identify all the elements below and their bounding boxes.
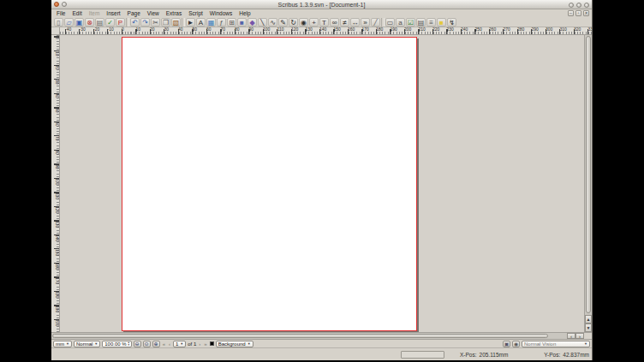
vertical-ruler[interactable]: 0102030405060708090100110120130140150160… xyxy=(51,35,60,332)
quality-value: Normal xyxy=(76,341,92,347)
vr-num: 150 xyxy=(51,249,59,264)
window-minimize-button[interactable] xyxy=(569,3,574,8)
zoom-tool-icon[interactable]: ◉ xyxy=(299,18,308,27)
window-close-button[interactable] xyxy=(584,3,589,8)
paste-icon[interactable]: ▧ xyxy=(171,18,181,27)
menu-view[interactable]: View xyxy=(144,9,163,17)
insert-table-icon[interactable]: ⊞ xyxy=(227,18,236,27)
next-page-button[interactable]: › xyxy=(198,341,201,347)
toolbar-separator xyxy=(182,18,185,27)
document-page[interactable] xyxy=(122,37,417,331)
last-page-button[interactable]: » xyxy=(203,341,207,347)
save-as-pdf-icon[interactable]: P xyxy=(116,18,125,27)
new-document-icon[interactable]: ▯ xyxy=(54,18,63,27)
previous-page-button[interactable]: ‹ xyxy=(168,341,171,347)
quality-select[interactable]: Normal ▼ xyxy=(74,341,100,347)
horizontal-scrollbar-thumb[interactable] xyxy=(52,334,548,338)
undo-icon[interactable]: ↶ xyxy=(130,18,140,27)
pdf-list-box-icon[interactable]: ≡ xyxy=(426,18,436,27)
insert-text-frame-icon[interactable]: A xyxy=(196,18,206,27)
pdf-link-annotation-icon[interactable]: ↯ xyxy=(447,18,456,27)
menu-file[interactable]: File xyxy=(53,9,69,17)
mdi-restore-button[interactable]: ▫ xyxy=(575,10,581,16)
cut-icon[interactable]: ✂ xyxy=(151,18,160,27)
insert-freehand-icon[interactable]: ✎ xyxy=(278,18,288,27)
menu-script[interactable]: Script xyxy=(185,9,206,17)
horizontal-scrollbar[interactable]: ‹ › xyxy=(51,332,592,340)
toggle-images-button[interactable]: ▣ xyxy=(503,341,510,347)
ypos-label: Y-Pos: xyxy=(544,352,560,358)
menu-extras[interactable]: Extras xyxy=(163,9,185,17)
zoom-default-button[interactable]: ⊙ xyxy=(143,341,151,347)
units-select[interactable]: mm ▼ xyxy=(53,341,72,347)
pdf-text-annotation-icon[interactable]: ■ xyxy=(437,18,446,27)
current-page-select[interactable]: 1 ▼ xyxy=(173,341,186,347)
horizontal-ruler[interactable]: -40-30-20-100102030405060708090100110120… xyxy=(60,27,592,35)
unlink-text-frames-icon[interactable]: ≠ xyxy=(340,18,349,27)
open-document-icon[interactable]: ▱ xyxy=(64,18,74,27)
spinner-arrows-icon[interactable]: ▲▼ xyxy=(128,341,130,347)
vertical-scrollbar-thumb[interactable] xyxy=(586,36,591,313)
pdf-text-field-icon[interactable]: a xyxy=(396,18,405,27)
copy-icon[interactable]: ❐ xyxy=(161,18,170,27)
horizontal-scrollbar-track[interactable] xyxy=(51,333,567,339)
scroll-right-button[interactable]: › xyxy=(575,333,584,339)
eye-dropper-icon[interactable]: ╱ xyxy=(371,18,380,27)
mdi-window-controls: – ▫ ✕ xyxy=(568,9,589,17)
menu-insert[interactable]: Insert xyxy=(103,9,123,17)
hr-num: 130 xyxy=(306,27,320,34)
insert-polygon-icon[interactable]: ◆ xyxy=(247,18,257,27)
menu-help[interactable]: Help xyxy=(236,9,253,17)
rotate-item-icon[interactable]: ↻ xyxy=(289,18,298,27)
measurements-icon[interactable]: ↔ xyxy=(350,18,360,27)
vr-num: 100 xyxy=(51,178,59,193)
vr-num: 180 xyxy=(51,291,59,306)
scroll-down-button[interactable]: ▼ xyxy=(585,323,592,332)
first-page-button[interactable]: « xyxy=(162,341,166,347)
hr-num: -30 xyxy=(80,27,94,34)
mdi-minimize-button[interactable]: – xyxy=(568,10,574,16)
zoom-level-spinner[interactable]: 100.00 % ▲▼ xyxy=(102,341,131,347)
pdf-push-button-icon[interactable]: ▭ xyxy=(385,18,395,27)
select-item-icon[interactable]: ► xyxy=(186,18,195,27)
zoom-out-button[interactable]: ⊖ xyxy=(134,341,141,347)
vertical-scrollbar[interactable]: ▲ ▼ xyxy=(584,35,592,332)
mdi-close-button[interactable]: ✕ xyxy=(583,10,589,16)
canvas-workspace[interactable] xyxy=(60,35,584,332)
close-document-icon[interactable]: ⊗ xyxy=(85,18,94,27)
hr-num: -40 xyxy=(65,27,80,34)
pdf-combo-box-icon[interactable]: ▤ xyxy=(416,18,426,27)
hr-num: 210 xyxy=(419,27,433,34)
redo-icon[interactable]: ↷ xyxy=(140,18,150,27)
zoom-in-button[interactable]: ⊕ xyxy=(152,341,160,347)
hr-num: 80 xyxy=(235,27,249,34)
menu-edit[interactable]: Edit xyxy=(69,9,85,17)
insert-shape-icon[interactable]: ■ xyxy=(237,18,247,27)
save-document-icon[interactable]: ▣ xyxy=(75,18,84,27)
scroll-left-button[interactable]: ‹ xyxy=(567,333,575,339)
vr-num: 130 xyxy=(51,221,59,235)
insert-bezier-icon[interactable]: ∿ xyxy=(268,18,277,27)
link-text-frames-icon[interactable]: ∞ xyxy=(330,18,339,27)
pdf-check-box-icon[interactable]: ☑ xyxy=(406,18,415,27)
ruler-origin-corner[interactable] xyxy=(51,27,60,35)
scroll-up-button[interactable]: ▲ xyxy=(585,315,592,323)
vision-select[interactable]: Normal Vision ▼ xyxy=(522,341,590,347)
print-icon[interactable]: ▤ xyxy=(95,18,104,27)
menu-item[interactable]: Item xyxy=(86,9,104,17)
copy-item-properties-icon[interactable]: » xyxy=(361,18,370,27)
hr-num: 320 xyxy=(574,27,588,34)
ruler-row: -40-30-20-100102030405060708090100110120… xyxy=(51,27,592,35)
preview-mode-button[interactable]: ◉ xyxy=(512,341,520,347)
edit-contents-icon[interactable]: + xyxy=(309,18,319,27)
menu-windows[interactable]: Windows xyxy=(206,9,236,17)
preflight-verifier-icon[interactable]: ✓ xyxy=(105,18,115,27)
menu-page[interactable]: Page xyxy=(124,9,144,17)
window-maximize-button[interactable] xyxy=(576,3,581,8)
insert-line-icon[interactable]: ╲ xyxy=(258,18,267,27)
story-editor-icon[interactable]: T xyxy=(319,18,329,27)
layer-select[interactable]: Background ▼ xyxy=(216,341,253,347)
insert-render-frame-icon[interactable]: ƒ xyxy=(217,18,226,27)
insert-image-frame-icon[interactable]: ▦ xyxy=(206,18,216,27)
vr-num: 20 xyxy=(51,65,59,80)
